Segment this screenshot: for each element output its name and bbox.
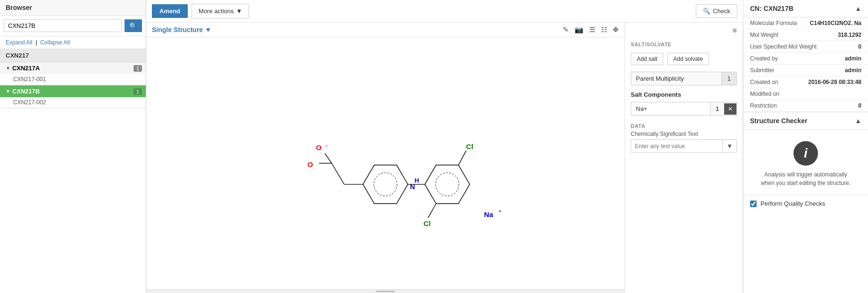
canvas-icons: ✎ 📷 ☰ ☷ ✥	[563, 25, 619, 34]
more-actions-button[interactable]: More actions ▼	[192, 4, 249, 18]
canvas-panel: Single Structure ▼ ✎ 📷 ☰ ☷ ✥	[146, 23, 625, 293]
info-row-label-7: Restriction	[750, 102, 777, 109]
info-rows-container: Molecular FormulaC14H10Cl2NO2. NaMol Wei…	[743, 17, 868, 112]
info-row-label-6: Modified on	[750, 91, 779, 97]
browser-title: Browser	[0, 0, 146, 16]
svg-line-3	[325, 153, 332, 163]
info-row-6: Modified on	[743, 88, 868, 100]
collapse-all-link[interactable]: Collapse All	[40, 39, 70, 46]
chem-text-field[interactable]	[631, 140, 722, 152]
search-button[interactable]: 🔍	[125, 19, 142, 32]
info-row-7: Restriction0	[743, 100, 868, 112]
tree-child-cxn217-002[interactable]: CXN217-002	[0, 97, 146, 108]
pencil-icon[interactable]: ✎	[563, 25, 569, 34]
add-solvate-button[interactable]: Add solvate	[667, 53, 709, 65]
structure-checker-title: Structure Checker	[750, 117, 807, 125]
svg-line-14	[459, 151, 466, 165]
grid-icon[interactable]: ☷	[601, 25, 607, 34]
check-label: Check	[713, 8, 730, 15]
svg-marker-12	[425, 165, 470, 204]
caret-icon-cxn217a: ▼	[6, 66, 10, 71]
quality-check-row: Perform Quality Checks	[743, 195, 868, 212]
svg-text:Cl: Cl	[424, 219, 431, 227]
tree-group-header-cxn217a[interactable]: ▼ CXN217A 1	[0, 62, 146, 74]
info-row-value-2: 0	[858, 43, 861, 50]
tree-group-cxn217b: ▼ CXN217B 1 CXN217-002	[0, 85, 146, 109]
info-icon: i	[793, 141, 818, 166]
info-row-value-4: admin	[845, 67, 861, 74]
salt-remove-button[interactable]: ✕	[724, 103, 736, 115]
salt-components-label: Salt Components	[625, 87, 743, 100]
quality-check-checkbox[interactable]	[750, 201, 757, 207]
salt-component-qty: 1	[710, 102, 724, 115]
canvas-resize-handle[interactable]	[146, 289, 625, 293]
main-toolbar: Amend More actions ▼ 🔍 Check	[146, 0, 743, 23]
info-row-value-7: 0	[858, 102, 861, 109]
svg-text:O: O	[316, 143, 322, 151]
group-badge-cxn217a: 1	[134, 65, 142, 72]
dropdown-arrow-icon: ▼	[236, 8, 242, 15]
svg-text:Na: Na	[484, 210, 493, 218]
structure-area: Single Structure ▼ ✎ 📷 ☰ ☷ ✥	[146, 23, 743, 293]
image-icon[interactable]: 📷	[575, 25, 584, 34]
chem-text-dropdown-icon[interactable]: ▼	[722, 140, 736, 152]
check-button[interactable]: 🔍 Check	[696, 4, 737, 18]
tree-child-cxn217-001[interactable]: CXN217-001	[0, 74, 146, 85]
more-actions-label: More actions	[199, 8, 234, 15]
info-row-2: User Specified Mol Weight0	[743, 41, 868, 53]
svg-text:Cl: Cl	[466, 142, 473, 151]
expand-all-link[interactable]: Expand All	[6, 39, 33, 46]
svg-point-13	[435, 173, 459, 196]
molecule-svg: O − O H N	[239, 74, 532, 253]
tree-group-header-cxn217b[interactable]: ▼ CXN217B 1	[0, 85, 146, 97]
checker-body: i Analysis will trigger automatically wh…	[743, 130, 868, 195]
main-content: Amend More actions ▼ 🔍 Check Single Stru…	[146, 0, 743, 293]
data-section: DATA Chemically Significant Text ▼	[625, 117, 743, 155]
browser-panel: Browser 🔍 Expand All | Collapse All CXN2…	[0, 0, 146, 293]
svg-text:O: O	[308, 160, 313, 168]
group-label-cxn217b: CXN217B	[12, 88, 132, 95]
data-section-header: DATA	[631, 121, 737, 131]
svg-point-8	[374, 173, 397, 196]
tree-container: CXN217 ▼ CXN217A 1 CXN217-001 ▼ CXN217B …	[0, 49, 146, 293]
info-row-4: Submitteradmin	[743, 65, 868, 76]
info-row-3: Created byadmin	[743, 53, 868, 65]
info-row-label-1: Mol Weight	[750, 32, 778, 38]
list-icon[interactable]: ☰	[589, 25, 595, 34]
properties-menu-icon[interactable]: ≡	[625, 23, 743, 39]
info-collapse-button[interactable]: ▲	[855, 5, 861, 12]
svg-text:−: −	[325, 143, 328, 149]
chem-text-input-row: ▼	[631, 139, 737, 153]
handle-bar	[376, 291, 395, 292]
add-salt-button[interactable]: Add salt	[631, 53, 663, 65]
svg-line-16	[428, 204, 436, 218]
group-badge-cxn217b: 1	[134, 88, 142, 95]
info-row-label-0: Molecular Formula	[750, 20, 797, 26]
structure-type-button[interactable]: Single Structure ▼	[152, 26, 211, 33]
parent-multiplicity-label: Parent Multiplicity	[631, 72, 721, 85]
amend-button[interactable]: Amend	[152, 4, 188, 18]
properties-panel: ≡ SALT/SOLVATE Add salt Add solvate Pare…	[625, 23, 743, 293]
structure-checker-collapse-button[interactable]: ▲	[855, 117, 861, 125]
info-row-value-3: admin	[845, 55, 861, 62]
checker-message: Analysis will trigger automatically when…	[761, 170, 851, 187]
info-header: CN: CXN217B ▲	[743, 0, 868, 17]
svg-text:N: N	[410, 183, 415, 191]
info-row-1: Mol Weight318.1292	[743, 29, 868, 41]
checker-message-line1: Analysis will trigger automatically	[764, 171, 847, 178]
parent-multiplicity-value: 1	[721, 72, 736, 85]
canvas-toolbar: Single Structure ▼ ✎ 📷 ☰ ☷ ✥	[146, 23, 625, 37]
search-input[interactable]	[4, 19, 122, 32]
search-icon: 🔍	[703, 8, 710, 15]
checker-message-line2: when you start editing the structure.	[761, 180, 851, 186]
svg-text:H: H	[415, 177, 419, 184]
info-row-value-1: 318.1292	[838, 32, 861, 38]
expand-collapse-bar: Expand All | Collapse All	[0, 36, 146, 49]
svg-marker-7	[363, 165, 408, 204]
svg-text:+: +	[498, 208, 501, 214]
info-row-value-0: C14H10Cl2NO2. Na	[810, 20, 861, 26]
expand-icon[interactable]: ✥	[613, 25, 619, 34]
parent-multiplicity-row: Parent Multiplicity 1	[631, 72, 737, 85]
structure-checker-header: Structure Checker ▲	[743, 112, 868, 130]
salt-buttons-row: Add salt Add solvate	[625, 50, 743, 70]
